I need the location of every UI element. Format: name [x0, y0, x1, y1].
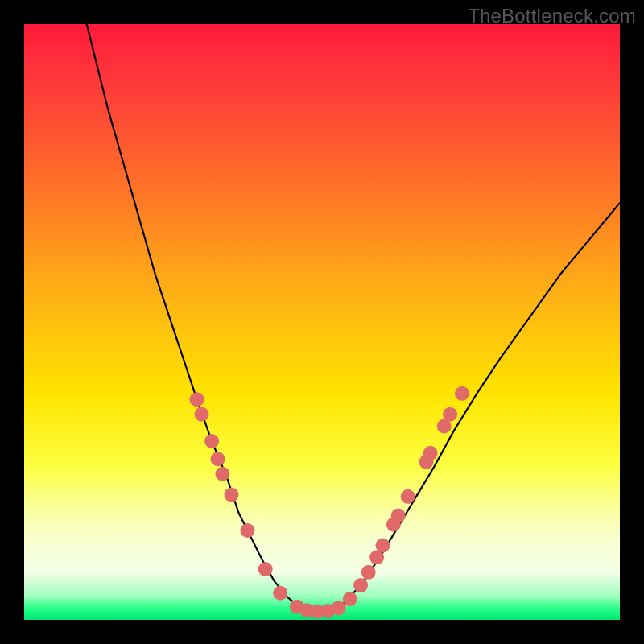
bottleneck-curve	[87, 24, 620, 612]
curve-dot	[455, 386, 469, 401]
curve-dot	[391, 509, 406, 523]
curve-dot	[258, 562, 273, 576]
curve-dot	[332, 601, 346, 615]
curve-dot	[190, 392, 204, 407]
curve-dot	[401, 489, 415, 504]
curve-dot	[376, 539, 390, 553]
curve-dot	[353, 578, 368, 592]
curve-dot	[423, 446, 438, 460]
plot-area	[24, 24, 620, 620]
curve-dot	[273, 586, 287, 601]
curve-dot	[195, 407, 209, 422]
curve-dot	[361, 565, 376, 580]
outer-frame: TheBottleneck.com	[0, 0, 644, 644]
curve-dot	[215, 467, 229, 481]
chart-svg	[24, 24, 620, 620]
curve-dot	[241, 523, 255, 538]
curve-dot	[204, 434, 219, 448]
curve-dot	[225, 488, 239, 502]
watermark-text: TheBottleneck.com	[468, 5, 636, 27]
curve-dot	[211, 452, 225, 466]
curve-dot	[343, 592, 357, 606]
curve-dots	[190, 386, 469, 619]
curve-dot	[443, 407, 457, 422]
